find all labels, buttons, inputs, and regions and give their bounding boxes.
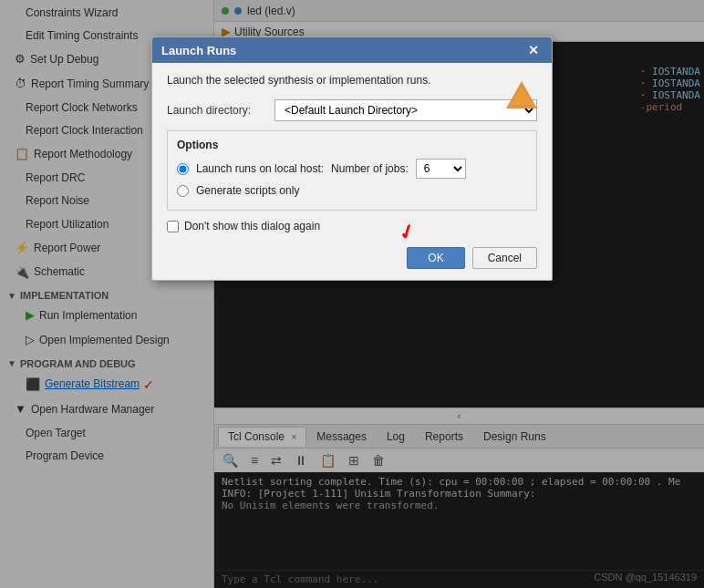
dialog-overlay: Launch Runs ✕ Launch the selected synthe…: [0, 0, 704, 588]
launch-dir-label: Launch directory:: [167, 104, 267, 117]
launch-local-row: Launch runs on local host: Number of job…: [177, 159, 527, 179]
cancel-button[interactable]: Cancel: [472, 247, 537, 269]
launch-runs-dialog: Launch Runs ✕ Launch the selected synthe…: [151, 36, 553, 281]
generate-scripts-label: Generate scripts only: [196, 184, 299, 197]
jobs-label: Number of jobs:: [331, 162, 409, 175]
dialog-close-button[interactable]: ✕: [524, 43, 543, 57]
vivado-logo: [504, 77, 539, 115]
launch-dir-row: Launch directory: <Default Launch Direct…: [167, 99, 537, 121]
dialog-titlebar: Launch Runs ✕: [152, 37, 552, 63]
dialog-description: Launch the selected synthesis or impleme…: [167, 74, 537, 87]
dont-show-label: Don't show this dialog again: [184, 220, 320, 232]
dont-show-checkbox[interactable]: [167, 221, 179, 232]
launch-dir-select[interactable]: <Default Launch Directory>: [274, 99, 537, 121]
options-title: Options: [177, 139, 527, 151]
jobs-select[interactable]: 6: [416, 159, 466, 179]
dialog-buttons: ✓ OK Cancel: [167, 242, 537, 269]
launch-local-radio[interactable]: [177, 163, 189, 175]
generate-scripts-radio[interactable]: [177, 185, 189, 197]
dialog-title: Launch Runs: [161, 44, 236, 57]
main-container: Constraints Wizard Edit Timing Constrain…: [0, 0, 704, 588]
dialog-body: Launch the selected synthesis or impleme…: [152, 63, 552, 280]
dont-show-row: Don't show this dialog again: [167, 220, 537, 232]
options-section: Options Launch runs on local host: Numbe…: [167, 130, 537, 211]
ok-button-label: OK: [428, 252, 443, 264]
generate-scripts-row: Generate scripts only: [177, 184, 527, 197]
launch-local-label: Launch runs on local host:: [196, 162, 324, 175]
cancel-button-label: Cancel: [488, 252, 522, 264]
ok-button[interactable]: ✓ OK: [407, 247, 464, 269]
